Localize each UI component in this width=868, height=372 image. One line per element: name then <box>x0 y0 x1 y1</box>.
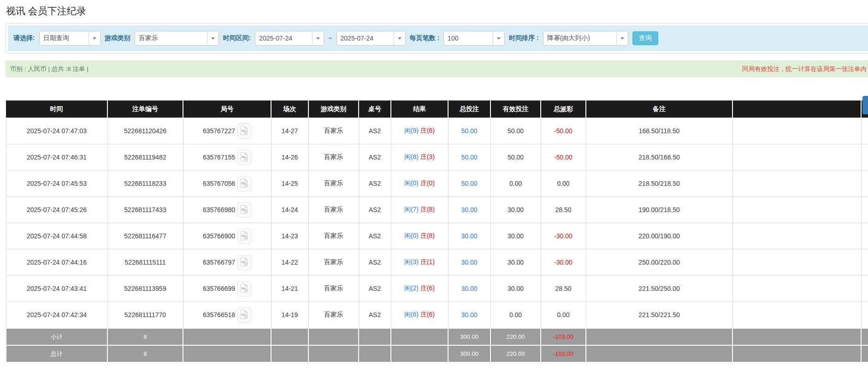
total-bet-link[interactable]: 30.00 <box>461 285 477 292</box>
cell-session: 14-19 <box>271 302 308 329</box>
cell-game: 百家乐 <box>308 223 359 249</box>
result-player: 闲(7) <box>404 206 419 213</box>
result-player: 闲(0) <box>404 232 419 239</box>
cell-game: 百家乐 <box>308 249 359 276</box>
chevron-down-icon[interactable] <box>312 31 324 45</box>
cell-total-bet: 30.00 <box>448 276 490 302</box>
cell-payout: 0.00 <box>541 302 586 329</box>
column-payout: 总派彩 <box>541 100 586 118</box>
video-replay-button[interactable] <box>237 176 251 191</box>
result-banker: 庄(3) <box>420 153 435 160</box>
chevron-down-icon[interactable] <box>616 31 628 45</box>
total-bet-link[interactable]: 30.00 <box>461 311 477 319</box>
cell-valid-bet: 50.00 <box>490 144 541 171</box>
summary-bar: 币别 : 人民币 | 总共 :8 注单 | 同局有效投注，统一计算在该局第一张注… <box>6 60 868 77</box>
sort-order-select[interactable]: 降幂(由大到小) <box>543 31 628 46</box>
total-bet-link[interactable]: 50.00 <box>461 127 477 135</box>
total-bet-link[interactable]: 30.00 <box>461 259 477 266</box>
video-replay-button[interactable] <box>237 202 251 218</box>
cell-extra <box>732 302 861 329</box>
page-size-select[interactable]: 100 <box>443 31 505 46</box>
total-bet-link[interactable]: 50.00 <box>461 154 477 161</box>
footer-remark <box>586 345 732 362</box>
footer-round <box>183 328 271 345</box>
video-replay-icon <box>240 126 248 136</box>
time-range-label: 时间区间: <box>223 34 251 42</box>
total-bet-link[interactable]: 30.00 <box>461 206 477 213</box>
footer-extra-cutoff <box>861 328 868 345</box>
cell-valid-bet: 30.00 <box>490 223 541 249</box>
footer-result <box>391 328 448 345</box>
cell-payout: -30.00 <box>541 249 586 276</box>
cell-bet-id: 522681111770 <box>107 302 183 329</box>
video-replay-button[interactable] <box>237 255 251 270</box>
export-button-cutoff[interactable] <box>862 96 868 114</box>
cell-total-bet: 50.00 <box>448 144 490 171</box>
round-id-text: 635767227 <box>203 127 235 135</box>
cell-extra <box>732 171 861 197</box>
cell-bet-id: 522681113959 <box>107 276 183 302</box>
date-from-input[interactable]: 2025-07-24 <box>255 31 324 46</box>
footer-count: 8 <box>107 345 183 362</box>
footer-remark <box>586 328 732 345</box>
video-replay-button[interactable] <box>237 229 251 244</box>
date-to-input[interactable]: 2025-07-24 <box>337 31 406 46</box>
round-id-text: 635766699 <box>203 285 235 292</box>
video-replay-button[interactable] <box>237 281 251 296</box>
chevron-down-icon[interactable] <box>493 31 504 45</box>
currency-summary-text: 币别 : 人民币 | 总共 :8 注单 | <box>10 65 89 73</box>
cell-time: 2025-07-24 07:42:34 <box>6 302 107 329</box>
table-row: 2025-07-24 07:46:31522681119482635767155… <box>6 144 868 171</box>
cell-time: 2025-07-24 07:46:31 <box>6 144 107 171</box>
cell-extra <box>732 223 861 249</box>
game-category-label: 游戏类别 <box>105 34 130 42</box>
table-row: 2025-07-24 07:45:26522681117433635766980… <box>6 197 868 223</box>
total-bet-link[interactable]: 30.00 <box>461 232 477 240</box>
cell-table: AS2 <box>359 249 391 276</box>
cell-result: 闲(3) 庄(1) <box>391 249 448 276</box>
query-type-select[interactable]: 日期查询 <box>39 31 100 46</box>
column-extra <box>732 100 861 118</box>
round-id-text: 635766797 <box>203 259 235 266</box>
total-bet-link[interactable]: 50.00 <box>461 180 477 187</box>
cell-total-bet: 50.00 <box>448 171 490 197</box>
footer-extra-cutoff <box>861 345 868 362</box>
cell-extra <box>732 276 861 302</box>
cell-payout: 28.50 <box>541 197 586 223</box>
result-player: 闲(2) <box>404 284 419 292</box>
footer-table <box>359 328 391 345</box>
chevron-down-icon[interactable] <box>89 31 100 45</box>
cell-extra <box>732 144 861 171</box>
cell-extra-cutoff <box>861 144 868 171</box>
search-button[interactable]: 查询 <box>632 31 658 45</box>
filter-bar: 请选择: 日期查询 游戏类别 百家乐 时间区间: 2025-07-24 ~ 20… <box>8 25 868 51</box>
cell-remark: 221.50/221.50 <box>586 302 732 329</box>
cell-payout: 0.00 <box>541 171 586 197</box>
video-replay-button[interactable] <box>237 150 251 165</box>
cell-extra-cutoff <box>861 171 868 197</box>
cell-total-bet: 30.00 <box>448 302 490 329</box>
cell-bet-id: 522681115111 <box>107 249 183 276</box>
result-banker: 庄(8) <box>420 232 435 239</box>
video-replay-button[interactable] <box>237 307 251 323</box>
cell-game: 百家乐 <box>308 276 359 302</box>
cell-result: 闲(2) 庄(6) <box>391 276 448 302</box>
cell-table: AS2 <box>359 197 391 223</box>
round-id-text: 635767056 <box>203 180 235 187</box>
column-table: 桌号 <box>359 100 391 118</box>
chevron-down-icon[interactable] <box>207 31 218 45</box>
chevron-down-icon[interactable] <box>394 31 405 45</box>
footer-session <box>271 328 308 345</box>
column-time: 时间 <box>6 100 107 118</box>
cell-round-id: 635766699 <box>183 276 271 302</box>
cell-extra-cutoff <box>861 302 868 329</box>
game-category-select[interactable]: 百家乐 <box>135 31 219 46</box>
footer-game <box>308 345 359 362</box>
video-replay-button[interactable] <box>237 124 251 139</box>
cell-extra <box>732 197 861 223</box>
bet-records-table: 时间 注单编号 局号 场次 游戏类别 桌号 结果 总投注 有效投注 总派彩 备注… <box>6 100 868 363</box>
cell-result: 闲(8) 庄(3) <box>391 144 448 171</box>
cell-time: 2025-07-24 07:43:41 <box>6 276 107 302</box>
cell-time: 2025-07-24 07:44:16 <box>6 249 107 276</box>
cell-round-id: 635767155 <box>183 144 271 171</box>
